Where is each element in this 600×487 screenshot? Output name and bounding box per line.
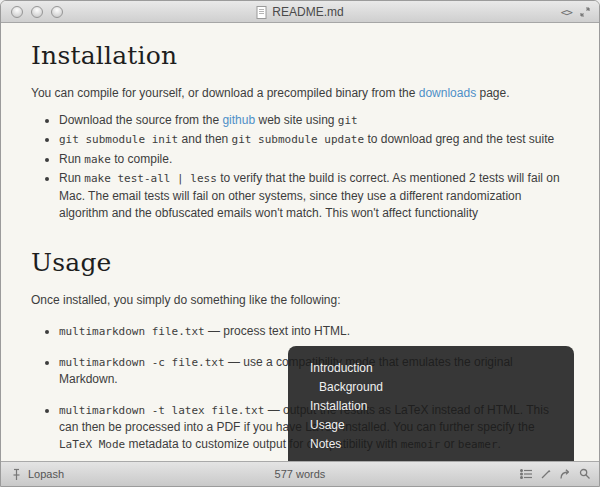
toc-list-icon[interactable] <box>520 468 533 480</box>
inline-code: multimarkdown -t latex file.txt <box>59 404 264 417</box>
source-code-toggle-icon[interactable]: <> <box>561 6 572 19</box>
installation-bullet-list: Download the source from the github web … <box>31 112 569 222</box>
toc-item-background[interactable]: Background <box>310 381 574 393</box>
inline-text: Download the source from the <box>59 113 222 127</box>
list-item: Run make to compile. <box>59 151 569 168</box>
titlebar: README.md <> <box>1 1 599 23</box>
inline-code: git submodule init <box>59 133 178 146</box>
list-item: Run make test-all | less to verify that … <box>59 170 569 222</box>
inline-code: git submodule update <box>232 133 364 146</box>
search-icon[interactable] <box>579 468 591 480</box>
toc-item-notes[interactable]: Notes <box>310 438 574 450</box>
toc-item-installation[interactable]: Installation <box>310 400 574 412</box>
inline-text: page. <box>476 86 509 100</box>
list-item: Download the source from the github web … <box>59 112 569 129</box>
inline-text: to compile. <box>111 152 172 166</box>
inline-code: multimarkdown -c file.txt <box>59 356 225 369</box>
inline-text: — process text into HTML. <box>205 324 350 338</box>
list-item: git submodule init and then git submodul… <box>59 131 569 148</box>
usage-intro-paragraph: Once installed, you simply do something … <box>31 291 569 309</box>
section-heading-usage: Usage <box>31 248 569 277</box>
window-title-area: README.md <box>1 1 599 23</box>
toc-popup: Introduction Background Installation Usa… <box>288 346 574 461</box>
document-icon <box>256 6 267 19</box>
share-icon[interactable] <box>559 468 572 480</box>
inline-link[interactable]: downloads <box>419 86 476 100</box>
inline-text: and then <box>178 132 231 146</box>
app-window: README.md <> Installation You can compil… <box>0 0 600 487</box>
fullscreen-icon[interactable] <box>579 6 591 18</box>
inline-code: make test-all | less <box>84 172 216 185</box>
inline-link[interactable]: github <box>222 113 255 127</box>
inline-text: Run <box>59 171 84 185</box>
inline-text: Run <box>59 152 84 166</box>
toc-item-introduction[interactable]: Introduction <box>310 362 574 374</box>
inline-code: make <box>84 153 111 166</box>
installation-intro-paragraph: You can compile for yourself, or downloa… <box>31 84 569 102</box>
inline-code: LaTeX Mode <box>59 438 125 451</box>
toc-item-usage[interactable]: Usage <box>310 419 574 431</box>
inline-code: git <box>338 114 358 127</box>
inline-text: to download greg and the test suite <box>364 132 554 146</box>
window-title: README.md <box>272 5 343 19</box>
list-item: multimarkdown file.txt — process text in… <box>59 323 569 340</box>
inline-text: web site using <box>255 113 338 127</box>
section-heading-installation: Installation <box>31 41 569 70</box>
word-count: 577 words <box>275 468 326 480</box>
edit-pen-icon[interactable] <box>540 468 552 480</box>
inline-code: multimarkdown file.txt <box>59 325 205 338</box>
inline-text: You can compile for yourself, or downloa… <box>31 86 419 100</box>
statusbar: Lopash 577 words <box>1 461 599 486</box>
